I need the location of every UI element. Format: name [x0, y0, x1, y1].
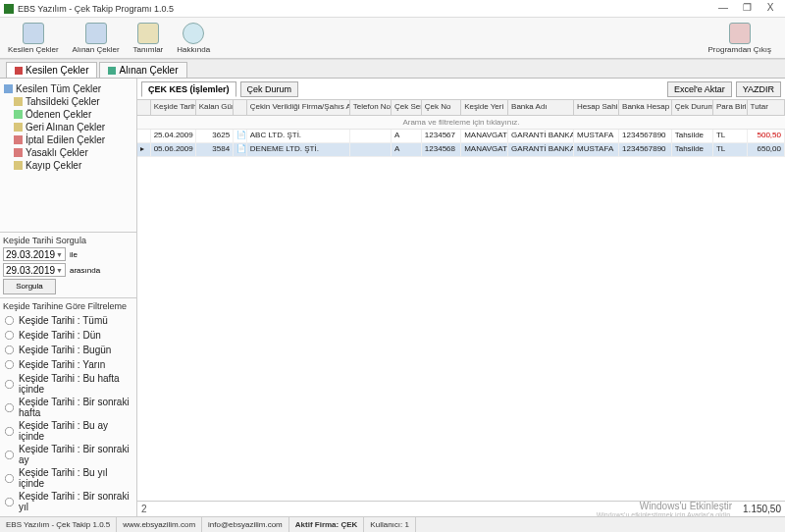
row-icon: 📄	[234, 130, 247, 142]
tanimlar-label: Tanımlar	[133, 45, 164, 54]
date-from-picker[interactable]: 29.03.2019▼	[3, 247, 66, 261]
folder-icon	[14, 161, 23, 170]
col-durum[interactable]: Çek Durumu	[672, 100, 713, 115]
radio-bu-yil[interactable]: Keşide Tarihi : Bu yıl içinde	[3, 466, 133, 490]
ile-label: ile	[70, 250, 78, 259]
col-seri[interactable]: Çek Seri	[392, 100, 422, 115]
tree-root[interactable]: Kesilen Tüm Çekler	[2, 82, 134, 95]
tree-iptal[interactable]: İptal Edilen Çekler	[12, 133, 134, 146]
status-firma: Aktif Firma: ÇEK	[289, 517, 365, 532]
col-banka[interactable]: Banka Adı	[508, 100, 574, 115]
window-title: EBS Yazılım - Çek Takip Programı 1.0.5	[18, 4, 710, 14]
hakkinda-label: Hakkında	[177, 45, 210, 54]
col-cek-no[interactable]: Çek No	[422, 100, 461, 115]
cikis-label: Programdan Çıkış	[708, 45, 771, 54]
tree-yasakli[interactable]: Yasaklı Çekler	[12, 146, 134, 159]
cikis-button[interactable]: Programdan Çıkış	[705, 21, 775, 56]
date-filter-title: Keşide Tarihine Göre Filtreleme	[3, 301, 133, 311]
sorgula-button[interactable]: Sorgula	[3, 279, 56, 294]
status-mail[interactable]: info@ebsyazilim.com	[202, 517, 289, 532]
alinan-cekler-button[interactable]: Alınan Çekler	[69, 21, 124, 56]
grid-filter-hint[interactable]: Arama ve filtreleme için tıklayınız.	[137, 116, 785, 130]
folder-icon	[14, 148, 23, 157]
col-keside-yeri[interactable]: Keşide Yeri	[461, 100, 508, 115]
chevron-down-icon: ▼	[56, 267, 63, 274]
cek-durum-tab[interactable]: Çek Durum	[240, 81, 299, 97]
excel-aktar-button[interactable]: Excel'e Aktar	[667, 81, 732, 97]
cikis-icon	[729, 23, 751, 44]
row-icon: 📄	[234, 143, 247, 156]
folder-icon	[14, 97, 23, 106]
col-hesap-sahibi[interactable]: Hesap Sahibi	[574, 100, 619, 115]
radio-bu-ay[interactable]: Keşide Tarihi : Bu ay içinde	[3, 419, 133, 443]
cek-kes-tab[interactable]: ÇEK KES (İşlemler)	[141, 81, 236, 97]
tree-kayip[interactable]: Kayıp Çekler	[12, 159, 134, 172]
col-firma[interactable]: Çekin Verildiği Firma/Şahıs Adı	[247, 100, 350, 115]
alinan-label: Alınan Çekler	[73, 45, 120, 54]
tree-odenen[interactable]: Ödenen Çekler	[12, 108, 134, 121]
folder-icon	[4, 84, 13, 93]
status-site[interactable]: www.ebsyazilim.com	[117, 517, 202, 532]
kesilen-cekler-button[interactable]: Kesilen Çekler	[4, 21, 63, 56]
grid-body: 25.04.2009 3625 📄 ABC LTD. ŞTİ. A 123456…	[137, 130, 785, 501]
date-query-title: Keşide Tarihi Sorgula	[3, 236, 133, 245]
radio-bu-hafta[interactable]: Keşide Tarihi : Bu hafta içinde	[3, 372, 133, 396]
col-icon[interactable]	[234, 100, 247, 115]
close-button[interactable]: X	[759, 2, 781, 16]
radio-sonraki-hafta[interactable]: Keşide Tarihi : Bir sonraki hafta	[3, 396, 133, 419]
arasinda-label: arasında	[70, 266, 100, 275]
tanimlar-icon	[137, 23, 159, 44]
col-hesap-no[interactable]: Banka Hesap No	[619, 100, 672, 115]
restore-button[interactable]: ❐	[736, 2, 758, 16]
col-telefon[interactable]: Telefon No	[350, 100, 392, 115]
windows-watermark: Windows'u Etkinleştir	[161, 501, 732, 511]
chevron-down-icon: ▼	[56, 251, 63, 258]
tab-alinan-label: Alınan Çekler	[119, 65, 178, 76]
radio-sonraki-ay[interactable]: Keşide Tarihi : Bir sonraki ay	[3, 443, 133, 466]
category-tree: Kesilen Tüm Çekler Tahsildeki Çekler Öde…	[0, 79, 136, 232]
radio-yarin[interactable]: Keşide Tarihi : Yarın	[3, 357, 133, 372]
col-kalan-gun[interactable]: Kalan Gün	[196, 100, 234, 115]
tab-kesilen-label: Kesilen Çekler	[26, 65, 88, 76]
tab-kesilen-cekler[interactable]: Kesilen Çekler	[6, 62, 97, 78]
row-count: 2	[141, 504, 161, 514]
col-keside-tarihi[interactable]: Keşide Tarihi	[151, 100, 196, 115]
alinan-icon	[85, 23, 107, 44]
folder-icon	[14, 123, 23, 132]
kesilen-label: Kesilen Çekler	[8, 45, 59, 54]
radio-tumu[interactable]: Keşide Tarihi : Tümü	[3, 313, 133, 328]
total-amount: 1.150,50	[732, 504, 781, 514]
col-marker[interactable]	[137, 100, 151, 115]
hakkinda-icon	[183, 23, 204, 44]
date-to-picker[interactable]: 29.03.2019▼	[3, 263, 66, 277]
tree-geri-alinan[interactable]: Geri Alınan Çekler	[12, 121, 134, 133]
yazdir-button[interactable]: YAZDIR	[736, 81, 781, 97]
grid-header-row: Keşide Tarihi Kalan Gün Çekin Verildiği …	[137, 100, 785, 116]
app-icon	[4, 4, 14, 14]
tree-tahsildeki[interactable]: Tahsildeki Çekler	[12, 95, 134, 108]
folder-icon	[14, 110, 23, 119]
tab-kesilen-icon	[15, 67, 23, 75]
radio-sonraki-yil[interactable]: Keşide Tarihi : Bir sonraki yıl	[3, 490, 133, 513]
status-app: EBS Yazılım - Çek Takip 1.0.5	[0, 517, 117, 532]
col-birim[interactable]: Para Birimi	[713, 100, 748, 115]
status-kullanici: Kullanıcı: 1	[364, 517, 416, 532]
hakkinda-button[interactable]: Hakkında	[173, 21, 214, 56]
kesilen-icon	[23, 23, 44, 44]
tab-alinan-cekler[interactable]: Alınan Çekler	[99, 62, 186, 78]
tab-alinan-icon	[108, 67, 116, 75]
col-tutar[interactable]: Tutar	[748, 100, 785, 115]
tanimlar-button[interactable]: Tanımlar	[130, 21, 168, 56]
table-row[interactable]: ▸ 05.06.2009 3584 📄 DENEME LTD. ŞTİ. A 1…	[137, 143, 785, 157]
minimize-button[interactable]: —	[712, 2, 734, 16]
table-row[interactable]: 25.04.2009 3625 📄 ABC LTD. ŞTİ. A 123456…	[137, 130, 785, 143]
folder-icon	[14, 135, 23, 144]
radio-bugun[interactable]: Keşide Tarihi : Bugün	[3, 343, 133, 357]
radio-dun[interactable]: Keşide Tarihi : Dün	[3, 328, 133, 343]
